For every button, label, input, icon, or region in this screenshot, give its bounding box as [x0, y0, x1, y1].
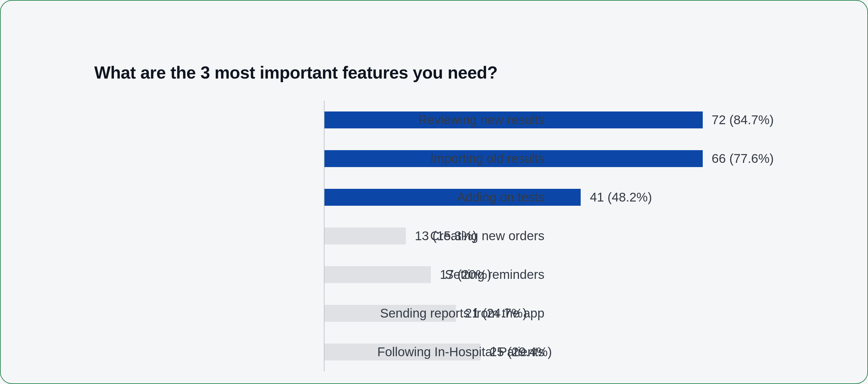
- category-label: Importing old results: [94, 151, 545, 166]
- chart-title: What are the 3 most important features y…: [94, 63, 774, 83]
- bar-row: Importing old results 66 (77.6%): [324, 139, 774, 178]
- bar-row: Adding on tests 41 (48.2%): [324, 178, 774, 217]
- bar-row: Sending reports from the app 21 (24.7%): [324, 294, 774, 333]
- category-label: Reviewing new results: [94, 113, 545, 127]
- value-label: 66 (77.6%): [712, 151, 774, 166]
- category-label: Sending reports from the app: [94, 306, 545, 321]
- chart-body: Reviewing new results 72 (84.7%) Importi…: [94, 101, 774, 371]
- bar-row: Creating new orders 13 (15.3%): [324, 217, 774, 255]
- category-label: Creating new orders: [94, 229, 545, 243]
- bar-row: Following In-Hospital Patients 25 (29.4%…: [324, 333, 774, 371]
- category-label: Following In-Hospital Patients: [94, 345, 545, 359]
- category-label: Adding on tests: [94, 190, 545, 204]
- chart-wrap: What are the 3 most important features y…: [13, 13, 855, 384]
- chart-container: What are the 3 most important features y…: [13, 13, 855, 371]
- value-label: 41 (48.2%): [590, 190, 652, 204]
- category-label: Setting reminders: [94, 267, 545, 282]
- bar-row: Setting reminders 17 (20%): [324, 255, 774, 294]
- bar-row: Reviewing new results 72 (84.7%): [324, 101, 774, 139]
- value-label: 72 (84.7%): [712, 113, 774, 127]
